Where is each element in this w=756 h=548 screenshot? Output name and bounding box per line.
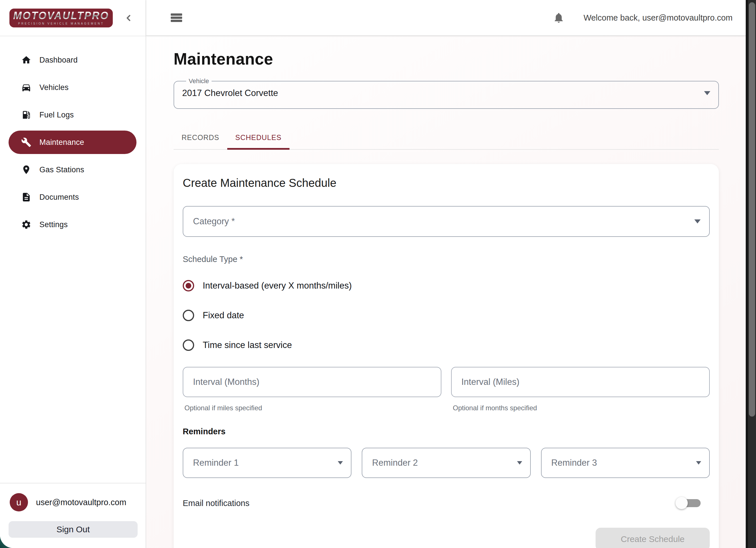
radio-label: Time since last service: [203, 340, 292, 350]
radio-button-icon: [183, 310, 194, 321]
sidebar-item-label: Fuel Logs: [39, 111, 74, 119]
car-icon: [21, 82, 31, 93]
reminder-2-placeholder: Reminder 2: [372, 458, 418, 468]
email-notifications-label: Email notifications: [183, 499, 250, 508]
sidebar-nav: Dashboard Vehicles Fuel Logs Maintenance: [0, 36, 146, 483]
category-select-placeholder: Category *: [193, 216, 235, 226]
chevron-down-icon: [517, 461, 522, 465]
toggle-thumb: [675, 497, 688, 509]
tab-schedules[interactable]: SCHEDULES: [227, 126, 289, 150]
user-email: user@motovaultpro.com: [36, 498, 126, 507]
interval-miles-field: [451, 367, 710, 397]
app-logo: MOTOVAULTPRO PRECISION VEHICLE MANAGEMEN…: [9, 9, 113, 27]
sign-out-button[interactable]: Sign Out: [9, 521, 138, 538]
sidebar-item-vehicles[interactable]: Vehicles: [9, 76, 136, 99]
reminder-1-select[interactable]: Reminder 1: [183, 448, 351, 478]
email-notifications-toggle[interactable]: [675, 497, 703, 509]
chevron-down-icon: [696, 461, 701, 465]
window-scrollbar: [746, 0, 756, 548]
chevron-down-icon: [704, 91, 710, 95]
sidebar-item-maintenance[interactable]: Maintenance: [9, 130, 136, 154]
home-icon: [21, 55, 31, 65]
notifications-bell-icon[interactable]: [553, 12, 565, 24]
page-content: Maintenance Vehicle 2017 Chevrolet Corve…: [146, 36, 746, 548]
sidebar-item-settings[interactable]: Settings: [9, 213, 136, 236]
sidebar-item-label: Settings: [39, 220, 68, 229]
vehicle-select-label: Vehicle: [186, 77, 212, 85]
sidebar-item-label: Maintenance: [39, 138, 84, 147]
main-area: Welcome back, user@motovaultpro.com Main…: [146, 0, 746, 548]
category-select[interactable]: Category *: [183, 206, 710, 237]
sidebar-item-label: Vehicles: [39, 83, 69, 92]
wrench-icon: [21, 137, 31, 147]
tab-bar: RECORDS SCHEDULES: [174, 126, 719, 150]
reminder-1-placeholder: Reminder 1: [193, 458, 239, 468]
interval-months-field: [183, 367, 441, 397]
sidebar-item-label: Documents: [39, 193, 79, 202]
gear-icon: [21, 219, 31, 230]
sidebar-item-gas-stations[interactable]: Gas Stations: [9, 158, 136, 181]
interval-months-helper: Optional if miles specified: [184, 404, 441, 412]
sidebar-header: MOTOVAULTPRO PRECISION VEHICLE MANAGEMEN…: [0, 0, 146, 36]
radio-fixed-date[interactable]: Fixed date: [183, 310, 710, 321]
welcome-text: Welcome back, user@motovaultpro.com: [584, 13, 733, 23]
reminders-label: Reminders: [183, 427, 710, 436]
sidebar-item-dashboard[interactable]: Dashboard: [9, 48, 136, 72]
sidebar-item-label: Gas Stations: [39, 165, 84, 174]
interval-months-input[interactable]: [193, 377, 432, 387]
radio-button-icon: [183, 340, 194, 351]
topbar-right: Welcome back, user@motovaultpro.com: [553, 12, 733, 24]
topbar: Welcome back, user@motovaultpro.com: [146, 0, 746, 36]
vehicle-select-value: 2017 Chevrolet Corvette: [182, 88, 278, 98]
card-title: Create Maintenance Schedule: [183, 176, 710, 189]
logo-title: MOTOVAULTPRO: [13, 11, 109, 21]
map-pin-icon: [21, 164, 31, 175]
create-schedule-button[interactable]: Create Schedule: [596, 528, 710, 548]
create-schedule-card: Create Maintenance Schedule Category * S…: [174, 164, 719, 548]
radio-time-since-last-service[interactable]: Time since last service: [183, 340, 710, 351]
schedule-type-label: Schedule Type *: [183, 254, 710, 264]
radio-button-icon: [183, 280, 194, 292]
chevron-down-icon: [338, 461, 343, 465]
sidebar-collapse-button[interactable]: [122, 12, 135, 24]
reminder-3-placeholder: Reminder 3: [551, 458, 597, 468]
scrollbar-thumb[interactable]: [749, 2, 755, 417]
fuel-pump-icon: [21, 110, 31, 120]
interval-miles-helper: Optional if months specified: [453, 404, 710, 412]
chevron-down-icon: [694, 219, 701, 223]
page-title: Maintenance: [174, 49, 719, 68]
hamburger-menu-icon[interactable]: [171, 13, 182, 22]
user-row: u user@motovaultpro.com: [9, 493, 137, 511]
sidebar-item-fuel-logs[interactable]: Fuel Logs: [9, 103, 136, 126]
vehicle-select[interactable]: Vehicle 2017 Chevrolet Corvette: [174, 77, 719, 109]
tab-records[interactable]: RECORDS: [174, 126, 227, 150]
radio-label: Fixed date: [203, 310, 244, 321]
reminder-2-select[interactable]: Reminder 2: [362, 448, 530, 478]
interval-miles-input[interactable]: [461, 377, 701, 387]
reminder-3-select[interactable]: Reminder 3: [541, 448, 710, 478]
document-icon: [21, 192, 31, 202]
app-window: MOTOVAULTPRO PRECISION VEHICLE MANAGEMEN…: [0, 0, 756, 548]
avatar: u: [10, 493, 28, 511]
radio-interval-based[interactable]: Interval-based (every X months/miles): [183, 280, 710, 292]
sidebar: MOTOVAULTPRO PRECISION VEHICLE MANAGEMEN…: [0, 0, 146, 548]
logo-subtitle: PRECISION VEHICLE MANAGEMENT: [18, 22, 104, 25]
radio-label: Interval-based (every X months/miles): [203, 281, 352, 291]
sidebar-footer: u user@motovaultpro.com Sign Out: [0, 483, 146, 548]
sidebar-item-label: Dashboard: [39, 56, 78, 65]
sidebar-item-documents[interactable]: Documents: [9, 185, 136, 209]
chevron-left-icon: [124, 13, 133, 23]
